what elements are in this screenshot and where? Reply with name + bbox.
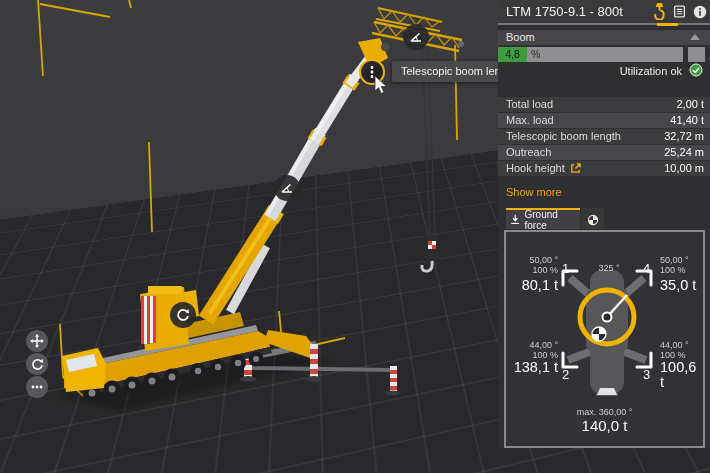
more-options-button[interactable] (26, 376, 48, 398)
show-more-link[interactable]: Show more (506, 186, 562, 198)
boom-slider-header[interactable]: Boom (498, 30, 710, 45)
pan-view-button[interactable] (26, 330, 48, 352)
max-total-load: 140,0 t (506, 418, 703, 433)
jib-angle-button[interactable] (403, 24, 429, 50)
table-row: Outreach 25,24 m (498, 145, 710, 160)
outrigger-1-percent: 100 % (508, 266, 558, 275)
row-value: 41,40 t (670, 113, 704, 128)
outrigger-2-angle: 44,00 ° (508, 341, 558, 350)
boom-angle-button[interactable] (274, 175, 300, 201)
info-icon[interactable] (693, 5, 707, 19)
boom-unit: % (531, 47, 540, 62)
outrigger-1-angle: 50,00 ° (508, 256, 558, 265)
boom-value-chip: 4,8 (498, 47, 527, 62)
row-label: Max. load (506, 113, 554, 128)
edit-icon[interactable] (570, 163, 581, 174)
outrigger-3-number: 3 (643, 368, 650, 381)
row-value: 32,72 m (664, 129, 704, 144)
check-circle-icon (689, 63, 703, 77)
collapse-triangle-icon[interactable] (690, 34, 700, 40)
center-of-gravity-marker (592, 327, 606, 341)
center-of-gravity-icon (587, 214, 599, 226)
report-icon[interactable] (673, 5, 686, 18)
ground-force-icon (510, 214, 520, 225)
tab-ground-force[interactable]: Ground force (506, 208, 580, 229)
outrigger-2-number: 2 (562, 368, 569, 381)
table-row: Max. load 41,40 t (498, 113, 710, 128)
outrigger-3-load: 100,6 t (660, 360, 703, 390)
outrigger-4-percent: 100 % (660, 266, 686, 275)
crane-planner-app: Telescopic boom length LTM 1750-9.1 - 80… (0, 0, 710, 473)
outrigger-1-number: 1 (562, 262, 569, 275)
slider-end-segment[interactable] (688, 47, 705, 62)
outrigger-1-load: 80,1 t (508, 278, 558, 293)
row-value: 2,00 t (676, 97, 704, 112)
row-value: 25,24 m (664, 145, 704, 160)
row-label: Hook height (506, 161, 565, 176)
header-divider (498, 23, 710, 25)
bottom-tabs: Ground force (506, 208, 604, 229)
crane-model-title: LTM 1750-9.1 - 800t (506, 0, 623, 23)
rotate-icon (176, 308, 190, 322)
table-row: Hook height 10,00 m (498, 161, 710, 176)
load-data-table: Total load 2,00 t Max. load 41,40 t Tele… (498, 97, 710, 177)
tab-label: Ground force (524, 209, 580, 231)
mouse-cursor (374, 76, 389, 96)
slew-angle-value: 325 ° (579, 264, 639, 273)
ground-force-diagram: 50,00 ° 100 % 80,1 t 1 325 ° 4 50,00 ° 1… (504, 230, 705, 448)
active-tab-underline (657, 23, 678, 26)
outrigger-2-load: 138,1 t (508, 360, 558, 375)
utilization-status: Utilization ok (498, 64, 682, 79)
pan-icon (30, 334, 44, 348)
slew-rotate-button[interactable] (170, 302, 196, 328)
driver-cab (62, 348, 106, 392)
tab-center-of-gravity[interactable] (581, 208, 604, 229)
boom-slider[interactable]: 4,8 % (498, 47, 710, 62)
row-label: Telescopic boom length (506, 129, 621, 144)
row-value: 10,00 m (664, 161, 704, 176)
outrigger-4-angle: 50,00 ° (660, 256, 689, 265)
panel-header: LTM 1750-9.1 - 800t (498, 0, 710, 23)
angle-icon (280, 181, 294, 195)
boom-label: Boom (498, 30, 710, 45)
rotate-view-button[interactable] (26, 353, 48, 375)
crane-data-panel: LTM 1750-9.1 - 800t Boom (498, 0, 710, 448)
outrigger-4-number: 4 (643, 262, 650, 275)
rotate-view-icon (31, 358, 44, 371)
row-label: Outreach (506, 145, 551, 160)
table-row: Telescopic boom length 32,72 m (498, 129, 710, 144)
hook-load-icon[interactable] (653, 3, 666, 20)
row-label: Total load (506, 97, 553, 112)
more-icon (30, 380, 44, 394)
table-row: Total load 2,00 t (498, 97, 710, 112)
max-slew-label: max. 360,00 ° (506, 408, 703, 417)
outrigger-3-angle: 44,00 ° (660, 341, 689, 350)
outrigger-4-load: 35,0 t (660, 278, 696, 293)
angle-icon (409, 30, 423, 44)
hook-block[interactable] (422, 235, 439, 271)
carrier-cab-marker (597, 388, 617, 395)
